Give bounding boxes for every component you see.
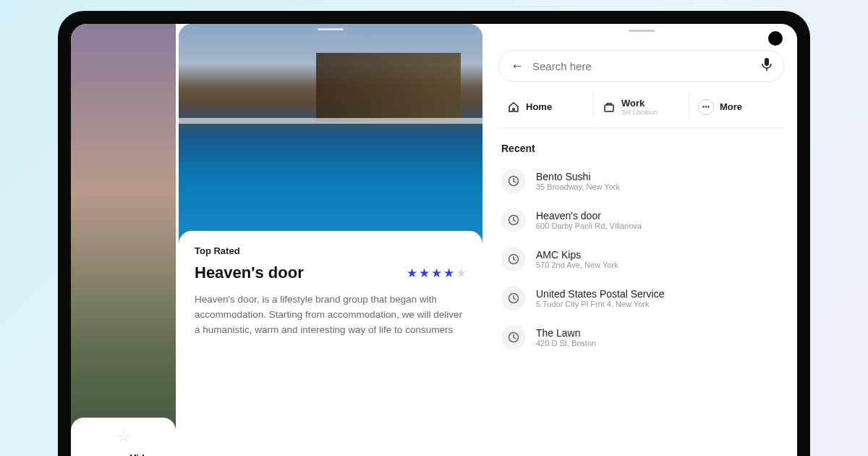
- list-item[interactable]: The Lawn 420 D St, Boston: [498, 319, 784, 355]
- recent-title: Bento Sushi: [536, 171, 620, 182]
- clock-icon: [501, 169, 526, 193]
- star-icon: ★: [443, 266, 454, 281]
- recent-sub: 35 Broadway, New York: [536, 182, 620, 191]
- recent-title: Heaven's door: [536, 210, 642, 221]
- drag-handle[interactable]: [318, 28, 344, 30]
- clock-icon: [501, 286, 526, 311]
- shortcut-label: More: [720, 101, 742, 112]
- rating-stars: ★ ★ ★ ★ ★: [407, 266, 467, 281]
- recent-title: AMC Kips: [536, 249, 618, 261]
- screen: ☆ to Video Top Rated Heaven's door ★: [71, 24, 797, 456]
- list-item[interactable]: Bento Sushi 35 Broadway, New York: [498, 163, 784, 199]
- recent-sub: 570 2nd Ave, New York: [536, 261, 618, 269]
- list-item[interactable]: Heaven's door 600 Darby Paoli Rd, Villan…: [498, 202, 784, 238]
- recent-list: Bento Sushi 35 Broadway, New York Heaven…: [498, 163, 784, 355]
- recent-header: Recent: [501, 143, 784, 154]
- listing-card: Top Rated Heaven's door ★ ★ ★ ★ ★ Heaven…: [179, 231, 482, 352]
- drag-handle[interactable]: [629, 30, 655, 32]
- recent-title: The Lawn: [536, 327, 596, 339]
- search-bar[interactable]: ←: [498, 50, 784, 82]
- back-arrow-icon[interactable]: ←: [511, 59, 524, 74]
- recent-sub: 5 Tudor City Pl Frnt 4, New York: [536, 300, 664, 308]
- recent-sub: 420 D St, Boston: [536, 339, 596, 347]
- hero-building: [316, 53, 461, 122]
- star-icon: ★: [456, 266, 467, 281]
- star-icon: ★: [431, 266, 442, 281]
- shortcut-label: Work: [621, 98, 658, 109]
- shortcuts-row: Home Work Set Location ••• More: [498, 93, 784, 128]
- gallery-card: ☆ to Video: [71, 418, 176, 456]
- shortcut-more[interactable]: ••• More: [689, 93, 784, 120]
- tab-video[interactable]: Video: [130, 452, 156, 456]
- star-icon: ★: [419, 266, 430, 281]
- svg-rect-2: [605, 105, 613, 111]
- device-frame: ☆ to Video Top Rated Heaven's door ★: [58, 11, 810, 456]
- svg-rect-0: [765, 58, 769, 66]
- listing-badge: Top Rated: [195, 245, 467, 256]
- hero-pool-edge: [179, 118, 482, 124]
- pane-listing: Top Rated Heaven's door ★ ★ ★ ★ ★ Heaven…: [179, 24, 482, 456]
- home-icon: [507, 101, 520, 114]
- shortcut-home[interactable]: Home: [498, 93, 594, 120]
- shortcut-label: Home: [526, 101, 552, 112]
- briefcase-icon: [603, 101, 616, 114]
- recent-title: United States Postal Service: [536, 288, 664, 300]
- camera-hole: [768, 31, 783, 46]
- pane-search: ← Home: [485, 24, 797, 456]
- star-icon[interactable]: ☆: [78, 428, 169, 445]
- search-input[interactable]: [532, 60, 762, 72]
- list-item[interactable]: AMC Kips 570 2nd Ave, New York: [498, 241, 784, 277]
- shortcut-work[interactable]: Work Set Location: [594, 93, 689, 120]
- star-icon: ★: [407, 266, 417, 281]
- list-item[interactable]: United States Postal Service 5 Tudor Cit…: [498, 280, 784, 316]
- pane-gallery: ☆ to Video: [71, 24, 176, 456]
- clock-icon: [501, 208, 526, 232]
- listing-description: Heaven's door, is a lifestyle brand grou…: [195, 292, 467, 338]
- recent-sub: 600 Darby Paoli Rd, Villanova: [536, 221, 642, 230]
- more-icon: •••: [698, 99, 714, 115]
- clock-icon: [501, 247, 526, 271]
- clock-icon: [501, 325, 526, 350]
- gallery-tabs: to Video: [78, 452, 169, 456]
- listing-hero-image: [179, 24, 482, 248]
- listing-title: Heaven's door: [195, 263, 304, 282]
- mic-icon[interactable]: [762, 58, 772, 74]
- shortcut-sub: Set Location: [621, 109, 658, 116]
